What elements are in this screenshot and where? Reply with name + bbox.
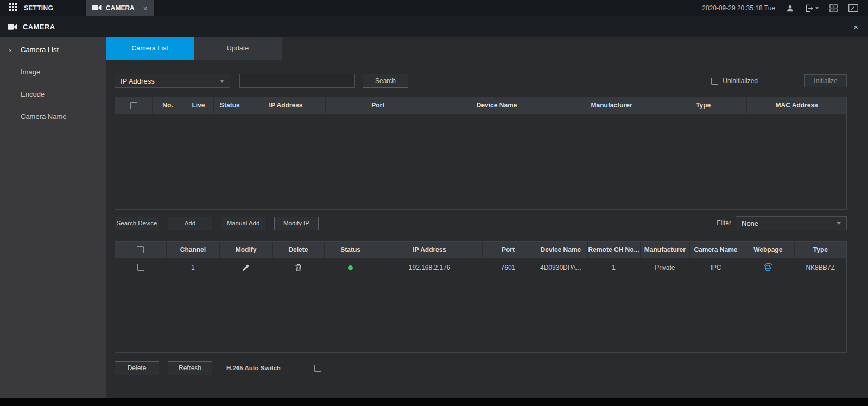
col-delete: Delete xyxy=(273,242,325,258)
grid-menu-icon xyxy=(9,3,17,14)
refresh-button[interactable]: Refresh xyxy=(168,361,212,375)
camera-icon xyxy=(92,3,102,13)
window-title-bar: CAMERA – × xyxy=(0,16,868,37)
h265-auto-switch-checkbox[interactable] xyxy=(314,365,321,372)
delete-button[interactable]: Delete xyxy=(115,361,159,375)
col-modify: Modify xyxy=(220,242,273,258)
added-devices-table: Channel Modify Delete Status IP Address … xyxy=(115,241,847,353)
cell-manufacturer: Private xyxy=(640,258,690,276)
sidebar: › Camera List Image Encode Camera Name xyxy=(0,37,106,398)
tab-bar: Camera List Update xyxy=(106,37,868,60)
sidebar-item-image[interactable]: Image xyxy=(0,61,106,83)
row-checkbox[interactable] xyxy=(137,264,144,271)
uninitialized-checkbox[interactable] xyxy=(711,78,718,85)
search-device-button[interactable]: Search Device xyxy=(115,217,159,230)
select-all-added-checkbox[interactable] xyxy=(137,246,144,253)
filter-value: None xyxy=(742,219,758,227)
cell-ip-address: 192.168.2.176 xyxy=(377,258,482,276)
tab-update[interactable]: Update xyxy=(194,37,282,60)
col-device-name: Device Name xyxy=(534,242,587,258)
filter-label: Filter xyxy=(717,219,731,227)
filter-select[interactable]: None xyxy=(736,216,847,230)
datetime-display: 2020-09-29 20:35:18 Tue xyxy=(702,4,775,12)
col-webpage: Webpage xyxy=(742,242,794,258)
cell-channel: 1 xyxy=(166,258,219,276)
footer-row: Delete Refresh H.265 Auto Switch xyxy=(115,361,847,375)
main-panel: Camera List Update IP Address Search Uni… xyxy=(106,37,868,398)
col-live: Live xyxy=(183,97,214,114)
chevron-right-icon: › xyxy=(9,46,11,54)
sidebar-item-label: Image xyxy=(21,68,40,76)
modify-pencil-icon[interactable] xyxy=(242,264,250,271)
table-row: 1 xyxy=(115,258,846,276)
col-device-name: Device Name xyxy=(430,97,563,114)
tab-camera-list[interactable]: Camera List xyxy=(106,37,194,60)
window-controls: – × xyxy=(838,23,868,31)
searched-devices-table: No. Live Status IP Address Port Device N… xyxy=(115,97,847,210)
multiview-icon[interactable] xyxy=(829,4,838,12)
sidebar-item-label: Camera List xyxy=(21,46,59,54)
manual-add-button[interactable]: Manual Add xyxy=(221,217,265,230)
bottom-strip xyxy=(0,398,868,406)
actions-row: Search Device Add Manual Add Modify IP F… xyxy=(115,216,847,230)
col-status: Status xyxy=(214,97,246,114)
col-remote-ch-no: Remote CH No... xyxy=(587,242,640,258)
sidebar-item-encode[interactable]: Encode xyxy=(0,83,106,105)
sidebar-item-camera-list[interactable]: › Camera List xyxy=(0,39,106,61)
top-bar: SETTING CAMERA × 2020-09-29 20:35:18 Tue xyxy=(0,0,868,16)
col-port: Port xyxy=(482,242,534,258)
col-channel: Channel xyxy=(166,242,219,258)
initialize-button[interactable]: Initialize xyxy=(804,74,847,87)
delete-trash-icon[interactable] xyxy=(295,264,302,271)
sidebar-item-label: Camera Name xyxy=(21,112,67,120)
filter-group: Filter None xyxy=(717,216,847,230)
cell-type: NK8BB7Z xyxy=(794,258,846,276)
liveview-monitor-icon[interactable] xyxy=(848,4,858,12)
col-ip-address: IP Address xyxy=(246,97,326,114)
logout-icon[interactable] xyxy=(805,4,819,12)
webpage-browser-icon[interactable] xyxy=(763,263,773,272)
modify-ip-button[interactable]: Modify IP xyxy=(274,217,319,230)
cell-port: 7601 xyxy=(482,258,534,276)
cell-remote-ch-no: 1 xyxy=(587,258,640,276)
logout-caret-icon xyxy=(815,7,819,9)
col-camera-name: Camera Name xyxy=(690,242,742,258)
camera-tab-label: CAMERA xyxy=(106,4,135,12)
camera-top-tab[interactable]: CAMERA × xyxy=(86,0,154,16)
chevron-down-icon xyxy=(837,222,841,225)
col-manufacturer: Manufacturer xyxy=(563,97,660,114)
window-title: CAMERA xyxy=(23,23,55,31)
col-status: Status xyxy=(324,242,377,258)
col-no: No. xyxy=(153,97,183,114)
sidebar-item-camera-name[interactable]: Camera Name xyxy=(0,105,106,128)
searched-devices-header-row: No. Live Status IP Address Port Device N… xyxy=(115,97,846,114)
close-icon[interactable]: × xyxy=(853,23,858,31)
uninitialized-group: Uninitialized xyxy=(711,77,758,85)
camera-tab-close-icon[interactable]: × xyxy=(143,4,148,12)
add-button[interactable]: Add xyxy=(168,217,212,230)
search-input[interactable] xyxy=(239,74,355,88)
added-devices-header-row: Channel Modify Delete Status IP Address … xyxy=(115,242,846,258)
search-type-select[interactable]: IP Address xyxy=(115,74,230,88)
setting-label: SETTING xyxy=(24,4,53,12)
cell-camera-name: IPC xyxy=(690,258,742,276)
user-icon[interactable] xyxy=(786,4,794,12)
chevron-down-icon xyxy=(220,80,224,83)
search-type-value: IP Address xyxy=(121,77,155,85)
select-all-searched-checkbox[interactable] xyxy=(130,102,137,109)
search-button[interactable]: Search xyxy=(363,74,408,88)
window-camera-icon xyxy=(8,23,17,30)
col-type: Type xyxy=(660,97,746,114)
topbar-right: 2020-09-29 20:35:18 Tue xyxy=(702,4,868,12)
nvr-screen: SETTING CAMERA × 2020-09-29 20:35:18 Tue xyxy=(0,0,868,406)
uninitialized-label: Uninitialized xyxy=(723,77,758,85)
col-manufacturer: Manufacturer xyxy=(640,242,690,258)
minimize-icon[interactable]: – xyxy=(838,23,842,31)
status-online-dot xyxy=(348,265,353,270)
camera-list-content: IP Address Search Uninitialized Initiali… xyxy=(106,60,868,398)
col-mac-address: MAC Address xyxy=(747,97,846,114)
added-devices-empty-area xyxy=(115,276,846,352)
searched-devices-empty-area xyxy=(115,115,846,210)
setting-menu-button[interactable]: SETTING xyxy=(0,0,53,16)
col-type: Type xyxy=(794,242,846,258)
